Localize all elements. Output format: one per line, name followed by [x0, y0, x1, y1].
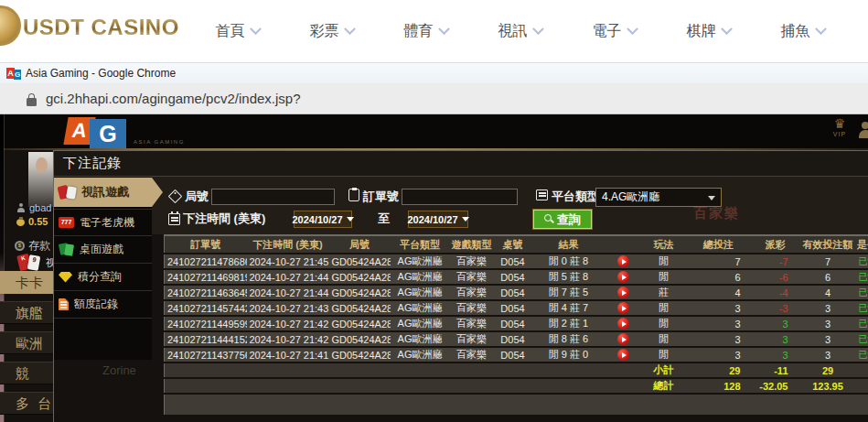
- cell-bet-time: 2024-10-27 21:43:40: [247, 300, 329, 316]
- table-row: 2410272114574422024-10-27 21:43:40GD0542…: [165, 300, 868, 316]
- hall-item[interactable]: 歐洲: [0, 331, 53, 354]
- search-button[interactable]: 查詢: [533, 210, 592, 229]
- cell-game-type: 百家樂: [450, 316, 494, 331]
- ag-header: A G ASIA GAMING ♛ VIP: [0, 114, 868, 148]
- nav-item-首頁[interactable]: 首頁: [190, 0, 284, 62]
- cell-order-no: 241027211478686: [165, 254, 247, 269]
- table-row: 2410272114377562024-10-27 21:41:26GD0542…: [165, 347, 868, 362]
- nav-item-捕魚[interactable]: 捕魚: [755, 0, 850, 62]
- cell-payout: -4: [752, 285, 799, 300]
- column-header: 派彩: [752, 235, 799, 254]
- cell-round-no: GD05424A2802X: [329, 300, 391, 316]
- cell-result: 閒 2 莊 1: [532, 316, 605, 331]
- cell-replay: [605, 269, 642, 285]
- column-header: 遊戲類型: [450, 235, 494, 254]
- cell-empty: [605, 362, 642, 378]
- hall-item[interactable]: 卡卡: [0, 271, 53, 294]
- slot-777-icon: 777: [59, 217, 74, 228]
- cell-empty: [329, 378, 391, 394]
- table-body: 2410272114786862024-10-27 21:45:57GD0542…: [165, 254, 868, 416]
- hall-item[interactable]: 競: [0, 362, 53, 384]
- platform-select[interactable]: 4.AG歐洲廳: [595, 188, 722, 207]
- cell-empty: [532, 362, 605, 378]
- cell-empty: [450, 394, 494, 416]
- cell-round-no: GD05424A2802Y: [329, 285, 391, 300]
- url-text[interactable]: gci.2hhapi.com/agingame/pcv2/index.jsp?: [46, 83, 301, 114]
- menu-item-label: 額度記錄: [74, 297, 118, 312]
- table-row: 2410272114698192024-10-27 21:44:59GD0542…: [165, 269, 868, 285]
- column-header: 下注時間 (美東): [247, 235, 329, 254]
- column-header: 有效投注額: [799, 235, 857, 254]
- hall-item[interactable]: 旗艦: [0, 301, 53, 324]
- cell-empty: [247, 378, 329, 394]
- menu-item-電子老虎機[interactable]: 777電子老虎機: [54, 209, 152, 236]
- cell-table-no: D054: [494, 331, 532, 347]
- cell-status: 已派彩: [857, 331, 868, 347]
- cell-bet-time: 2024-10-27 21:42:47: [247, 316, 329, 331]
- replay-play-icon[interactable]: [617, 287, 629, 298]
- favicon-letter-g: G: [14, 70, 21, 80]
- column-header: 平台類型: [391, 235, 450, 254]
- vip-badge[interactable]: ♛ VIP: [828, 117, 852, 137]
- replay-play-icon[interactable]: [617, 333, 629, 345]
- cell-order-no: 241027211437756: [165, 347, 247, 362]
- cell-valid-bet: 3: [799, 331, 857, 347]
- cards-icon: [59, 185, 77, 200]
- nav-item-label: 首頁: [216, 22, 245, 41]
- cell-total-bet: 4: [686, 285, 752, 300]
- coin-icon: $: [15, 241, 25, 251]
- cell-round-no: GD05424A2802W: [329, 316, 391, 331]
- cell-status: 已派彩: [857, 316, 868, 331]
- nav-item-棋牌[interactable]: 棋牌: [661, 0, 755, 62]
- cell-bet-type: 閒: [642, 300, 686, 316]
- round-label: 局號: [185, 188, 209, 206]
- cell-result: 閒 8 莊 6: [532, 331, 605, 347]
- cell-game-type: 百家樂: [450, 269, 494, 285]
- menu-item-video-games[interactable]: 視訊遊戲: [54, 178, 152, 207]
- nav-item-體育[interactable]: 體育: [379, 0, 473, 62]
- filler-row: [165, 394, 868, 416]
- platform-list-icon: [536, 189, 548, 200]
- order-label: 訂單號: [363, 188, 399, 206]
- replay-play-icon[interactable]: [617, 318, 629, 330]
- replay-play-icon[interactable]: [617, 349, 629, 361]
- deposit-row[interactable]: $ 存款: [15, 238, 50, 254]
- table-row: 2410272114786862024-10-27 21:45:57GD0542…: [165, 254, 868, 269]
- site-header: USDT CASINO 首頁彩票體育視訊電子棋牌捕魚: [0, 0, 868, 62]
- column-header: 桌號: [494, 235, 532, 254]
- menu-item-桌面遊戲[interactable]: 桌面遊戲: [54, 236, 152, 264]
- nav-item-視訊[interactable]: 視訊: [473, 0, 567, 62]
- cell-empty: [247, 394, 329, 416]
- cell-table-no: D054: [494, 269, 532, 285]
- hall-item[interactable]: 多台: [0, 392, 53, 415]
- chrome-titlebar[interactable]: A G Asia Gaming - Google Chrome: [0, 62, 868, 83]
- chrome-urlbar[interactable]: gci.2hhapi.com/agingame/pcv2/index.jsp?: [0, 83, 868, 114]
- order-input[interactable]: [402, 189, 518, 205]
- date-from-picker[interactable]: 2024/10/27: [294, 211, 352, 228]
- playing-cards-icon: K 9: [18, 254, 42, 272]
- cell-platform: AG歐洲廳: [391, 347, 450, 362]
- replay-play-icon[interactable]: [617, 271, 629, 283]
- cell-empty: [605, 378, 642, 394]
- person-icon[interactable]: [859, 122, 868, 142]
- cell-valid-bet: 6: [799, 269, 857, 285]
- cell-status: 已派彩: [857, 254, 868, 269]
- cell-total-bet: 3: [686, 300, 752, 316]
- menu-item-額度記錄[interactable]: 額度記錄: [54, 291, 152, 319]
- video-games-row[interactable]: K 9 视: [18, 254, 57, 272]
- nav-item-彩票[interactable]: 彩票: [284, 0, 379, 62]
- search-button-label: 查詢: [557, 211, 581, 228]
- side-menu: 視訊遊戲 777電子老虎機桌面遊戲積分查詢額度記錄: [54, 177, 152, 360]
- round-input[interactable]: [211, 189, 335, 205]
- cell-result: 閒 4 莊 7: [532, 300, 605, 316]
- balance-row: 0.55: [16, 216, 48, 227]
- table-row: 2410272114441522024-10-27 21:42:09GD0542…: [165, 331, 868, 347]
- menu-item-積分查詢[interactable]: 積分查詢: [54, 264, 152, 291]
- nav-item-label: 體育: [404, 22, 434, 41]
- nav-item-電子[interactable]: 電子: [567, 0, 661, 62]
- date-to-picker[interactable]: 2024/10/27: [408, 211, 468, 228]
- replay-play-icon[interactable]: [617, 255, 629, 267]
- replay-play-icon[interactable]: [617, 302, 629, 314]
- cell-summary-label: 總計: [642, 378, 686, 394]
- cell-empty: [391, 378, 450, 394]
